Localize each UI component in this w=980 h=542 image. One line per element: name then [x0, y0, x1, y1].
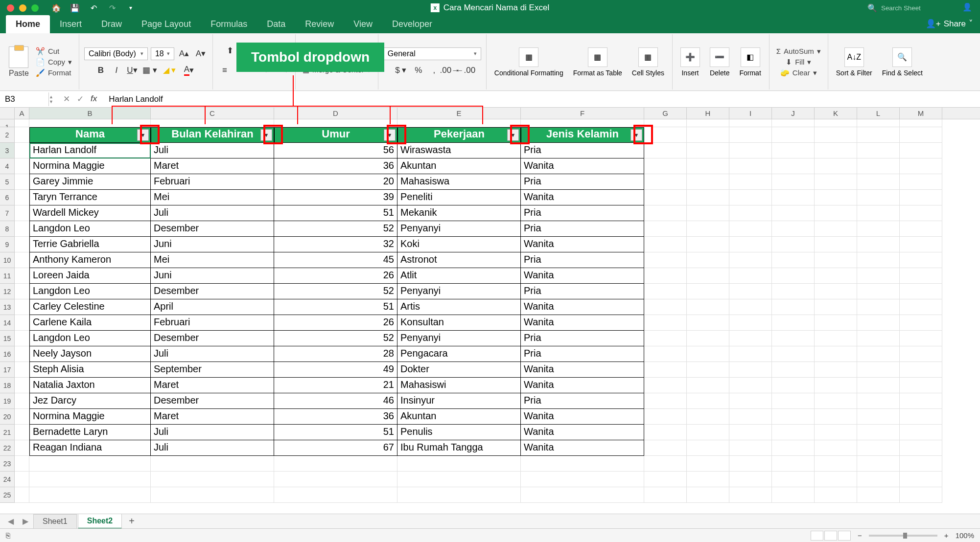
row-header[interactable]: 17: [0, 362, 15, 378]
cell-umur[interactable]: 52: [274, 331, 397, 346]
cell-nama[interactable]: Normina Maggie: [29, 409, 151, 425]
cell-pekerjaan[interactable]: Akuntan: [397, 158, 521, 174]
cell-pekerjaan[interactable]: Pengacara: [397, 346, 521, 362]
view-page-layout-button[interactable]: [824, 531, 837, 541]
format-cells-button[interactable]: ◧Format: [736, 45, 764, 79]
cell-umur[interactable]: 32: [274, 237, 397, 252]
col-F[interactable]: F: [521, 108, 644, 119]
cell-pekerjaan[interactable]: Koki: [397, 237, 521, 252]
italic-button[interactable]: I: [110, 64, 123, 77]
col-D[interactable]: D: [274, 108, 397, 119]
fx-icon[interactable]: fx: [91, 94, 97, 104]
col-C[interactable]: C: [151, 108, 274, 119]
row-header[interactable]: 22: [0, 440, 15, 456]
cell-jenis[interactable]: Pria: [521, 346, 644, 362]
close-window-button[interactable]: [7, 4, 14, 12]
font-name-combo[interactable]: Calibri (Body)▾: [84, 47, 148, 60]
cell-nama[interactable]: Langdon Leo: [29, 331, 151, 346]
cell-umur[interactable]: 67: [274, 440, 397, 456]
cell-nama[interactable]: Anthony Kameron: [29, 252, 151, 268]
fill-color-button[interactable]: ◢ ▾: [161, 64, 178, 77]
filter-dropdown-icon[interactable]: ▼: [260, 129, 272, 141]
row-header[interactable]: 7: [0, 205, 15, 221]
cell-bulan[interactable]: September: [151, 362, 274, 378]
cell-nama[interactable]: Garey Jimmie: [29, 174, 151, 190]
bold-button[interactable]: B: [94, 64, 108, 77]
row-header[interactable]: 24: [0, 472, 15, 487]
view-page-break-button[interactable]: [838, 531, 851, 541]
row-header[interactable]: 8: [0, 221, 15, 237]
sheet-nav-next[interactable]: ▶: [19, 517, 32, 526]
row-header[interactable]: 14: [0, 315, 15, 331]
undo-icon[interactable]: ↶: [89, 3, 98, 13]
row-header[interactable]: 19: [0, 393, 15, 409]
row-header[interactable]: 13: [0, 299, 15, 315]
col-K[interactable]: K: [815, 108, 857, 119]
align-left-button[interactable]: ≡: [218, 64, 232, 77]
col-G[interactable]: G: [644, 108, 687, 119]
copy-button[interactable]: 📄Copy ▾: [34, 57, 74, 68]
cell-bulan[interactable]: Juli: [151, 205, 274, 221]
filter-dropdown-icon[interactable]: ▼: [507, 129, 519, 141]
cell-nama[interactable]: Neely Jayson: [29, 346, 151, 362]
col-B[interactable]: B: [29, 108, 151, 119]
cell-pekerjaan[interactable]: Insinyur: [397, 393, 521, 409]
sheet-tab-1[interactable]: Sheet1: [33, 514, 77, 529]
align-top-button[interactable]: ⬆: [223, 45, 237, 57]
row-header[interactable]: 20: [0, 409, 15, 425]
worksheet-grid[interactable]: A B C D E F G H I J K L M 12Nama▼Bulan K…: [0, 108, 980, 526]
cell-bulan[interactable]: Desember: [151, 331, 274, 346]
cell-nama[interactable]: Normina Maggie: [29, 158, 151, 174]
save-icon[interactable]: 💾: [70, 3, 80, 13]
cell-pekerjaan[interactable]: Penyanyi: [397, 284, 521, 299]
cell-bulan[interactable]: Juli: [151, 440, 274, 456]
cell-umur[interactable]: 36: [274, 409, 397, 425]
cell-umur[interactable]: 28: [274, 346, 397, 362]
cell-pekerjaan[interactable]: Akuntan: [397, 409, 521, 425]
cell-nama[interactable]: Wardell Mickey: [29, 205, 151, 221]
name-box[interactable]: B3: [0, 92, 49, 106]
tab-page-layout[interactable]: Page Layout: [132, 15, 201, 33]
tab-formulas[interactable]: Formulas: [201, 15, 257, 33]
number-format-combo[interactable]: General▾: [383, 47, 481, 60]
cell-bulan[interactable]: Mei: [151, 252, 274, 268]
cell-bulan[interactable]: Juli: [151, 143, 274, 158]
cell-bulan[interactable]: Februari: [151, 315, 274, 331]
cell-jenis[interactable]: Wanita: [521, 425, 644, 440]
cell-nama[interactable]: Harlan Landolf: [29, 143, 151, 158]
cell-jenis[interactable]: Wanita: [521, 190, 644, 205]
accept-formula-icon[interactable]: ✓: [77, 94, 84, 104]
cell-bulan[interactable]: Maret: [151, 409, 274, 425]
percent-button[interactable]: %: [412, 64, 425, 77]
cell-jenis[interactable]: Pria: [521, 284, 644, 299]
tab-draw[interactable]: Draw: [92, 15, 132, 33]
cell-nama[interactable]: Jez Darcy: [29, 393, 151, 409]
cell-jenis[interactable]: Pria: [521, 221, 644, 237]
select-all-corner[interactable]: [0, 108, 15, 119]
cell-jenis[interactable]: Pria: [521, 143, 644, 158]
col-I[interactable]: I: [729, 108, 772, 119]
decrease-font-button[interactable]: A▾: [194, 47, 208, 60]
cell-jenis[interactable]: Wanita: [521, 237, 644, 252]
cell-umur[interactable]: 51: [274, 425, 397, 440]
row-header[interactable]: 6: [0, 190, 15, 205]
qat-more-icon[interactable]: ▾: [126, 3, 136, 13]
cell-pekerjaan[interactable]: Astronot: [397, 252, 521, 268]
row-header[interactable]: 2: [0, 127, 15, 143]
cell-jenis[interactable]: Wanita: [521, 315, 644, 331]
filter-dropdown-icon[interactable]: ▼: [137, 129, 149, 141]
zoom-window-button[interactable]: [31, 4, 39, 12]
tab-developer[interactable]: Developer: [382, 15, 442, 33]
row-header[interactable]: 9: [0, 237, 15, 252]
cell-pekerjaan[interactable]: Konsultan: [397, 315, 521, 331]
row-header[interactable]: 18: [0, 378, 15, 393]
col-E[interactable]: E: [397, 108, 521, 119]
cut-button[interactable]: ✂️Cut: [34, 46, 74, 57]
row-header[interactable]: 23: [0, 456, 15, 472]
cell-umur[interactable]: 52: [274, 221, 397, 237]
cell-pekerjaan[interactable]: Peneliti: [397, 190, 521, 205]
cell-bulan[interactable]: Mei: [151, 190, 274, 205]
cell-pekerjaan[interactable]: Mahasiswa: [397, 174, 521, 190]
row-header[interactable]: 25: [0, 487, 15, 503]
cell-umur[interactable]: 46: [274, 393, 397, 409]
